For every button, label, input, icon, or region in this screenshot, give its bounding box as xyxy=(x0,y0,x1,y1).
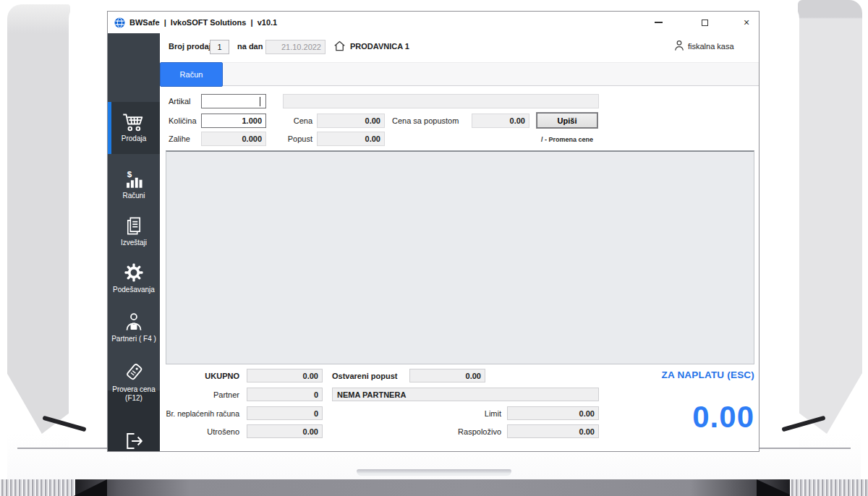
ostvareni-popust-field: 0.00 xyxy=(409,369,485,382)
neplaceni-field: 0 xyxy=(247,406,323,420)
cena-value: 0.00 xyxy=(365,116,380,125)
promena-cene-hint: / - Promena cene xyxy=(536,136,598,143)
svg-text:$: $ xyxy=(127,169,132,179)
sidebar-item-izvestaji[interactable]: Izveštaji xyxy=(108,210,160,252)
tab-racun[interactable]: Račun xyxy=(160,62,223,87)
home-icon xyxy=(333,40,346,52)
partner-label: Partner xyxy=(169,390,239,399)
vent-grille-right xyxy=(790,479,868,496)
utroseno-value: 0.00 xyxy=(303,427,318,436)
window-title: BWSafe | IvkoSOFT Solutions | v10.1 xyxy=(129,12,277,33)
price-tag-icon xyxy=(123,362,145,382)
sidebar-item-label: Provera cena xyxy=(112,385,155,394)
laptop-bottom-bar xyxy=(0,479,868,496)
sidebar-item-label: Partneri ( F4 ) xyxy=(111,335,156,343)
user-name: fiskalna kasa xyxy=(688,42,734,51)
sidebar-item-podesavanja[interactable]: Podešavanja xyxy=(108,257,160,299)
items-grid[interactable] xyxy=(166,150,754,364)
maximize-icon xyxy=(702,20,708,26)
broj-prodaja-label: Broj prodaja xyxy=(169,42,216,51)
partner-field: 0 xyxy=(247,388,323,401)
ostvareni-popust-value: 0.00 xyxy=(466,372,481,380)
broj-prodaja-value: 1 xyxy=(217,43,221,51)
partner-name-value: NEMA PARTNERA xyxy=(337,390,406,399)
cart-icon xyxy=(122,113,145,132)
close-button[interactable]: × xyxy=(736,12,757,33)
partner-name-field: NEMA PARTNERA xyxy=(332,388,599,401)
reports-icon xyxy=(124,216,143,236)
partner-value: 0 xyxy=(314,390,318,399)
maximize-button[interactable] xyxy=(694,12,715,33)
kolicina-label: Količina xyxy=(169,116,197,125)
sidebar-item-prodaja[interactable]: Prodaja xyxy=(108,102,160,154)
kolicina-input[interactable]: 1.000 xyxy=(201,114,266,128)
za-naplatu-label: ZA NAPLATU (ESC) xyxy=(571,369,754,380)
cena-sa-popustom-field: 0.00 xyxy=(472,114,529,128)
sidebar-nav: Prodaja $ Računi Izveštaji xyxy=(108,33,160,451)
sidebar-item-sublabel: (F12) xyxy=(125,394,142,403)
ukupno-field: 0.00 xyxy=(247,369,323,382)
store-name: PRODAVNICA 1 xyxy=(350,42,409,51)
laptop-mockup: BWSafe | IvkoSOFT Solutions | v10.1 × xyxy=(0,0,868,496)
app-window: BWSafe | IvkoSOFT Solutions | v10.1 × xyxy=(107,11,760,452)
upisi-button[interactable]: Upiši xyxy=(536,112,598,129)
popust-label: Popust xyxy=(271,134,312,143)
dollar-chart-icon: $ xyxy=(124,169,144,189)
total-amount: 0.00 xyxy=(571,401,754,434)
sidebar-item-partneri[interactable]: Partneri ( F4 ) xyxy=(108,307,160,349)
limit-label: Limit xyxy=(412,409,501,418)
na-dan-label: na dan xyxy=(237,42,263,51)
sidebar-item-racuni[interactable]: $ Računi xyxy=(108,163,160,205)
minimize-icon xyxy=(655,22,663,23)
gear-icon xyxy=(124,262,144,283)
zalihe-field: 0.000 xyxy=(201,132,266,146)
sidebar-item-label: Prodaja xyxy=(122,134,146,143)
cena-sa-popustom-label: Cena sa popustom xyxy=(392,116,459,125)
sidebar-item-label: Računi xyxy=(122,192,145,200)
broj-prodaja-input[interactable]: 1 xyxy=(210,40,229,54)
partners-icon xyxy=(124,312,144,332)
user-icon xyxy=(673,39,685,52)
popust-field: 0.00 xyxy=(317,132,385,146)
neplaceni-value: 0 xyxy=(314,409,318,418)
neplaceni-label: Br. neplaćenih računa xyxy=(161,409,239,418)
bottom-bar-middle xyxy=(75,479,790,496)
kolicina-value: 1.000 xyxy=(242,116,262,125)
sidebar-item-label: Izveštaji xyxy=(121,239,147,247)
text-caret xyxy=(260,97,260,106)
laptop-left-edge xyxy=(7,4,70,434)
utroseno-field: 0.00 xyxy=(247,424,323,438)
artikal-label: Artikal xyxy=(169,97,191,106)
date-value: 21.10.2022 xyxy=(281,43,321,51)
utroseno-label: Utrošeno xyxy=(169,427,239,436)
upisi-button-label: Upiši xyxy=(558,116,577,125)
ostvareni-popust-label: Ostvareni popust xyxy=(332,372,397,380)
logout-icon xyxy=(124,431,144,451)
sidebar-item-label: Podešavanja xyxy=(113,286,155,294)
vent-grille-left xyxy=(0,479,78,496)
artikal-name-field xyxy=(283,94,599,108)
ukupno-label: UKUPNO xyxy=(169,372,239,380)
cena-sa-popustom-value: 0.00 xyxy=(510,116,525,125)
app-logo-icon xyxy=(114,17,125,28)
raspolozivo-label: Raspoloživo xyxy=(412,427,501,436)
ukupno-value: 0.00 xyxy=(303,372,318,380)
zalihe-value: 0.000 xyxy=(242,134,262,143)
close-icon: × xyxy=(744,17,749,27)
title-bar: BWSafe | IvkoSOFT Solutions | v10.1 × xyxy=(108,12,759,33)
date-input[interactable]: 21.10.2022 xyxy=(265,40,326,54)
minimize-button[interactable] xyxy=(647,12,669,33)
tab-strip: Račun xyxy=(160,62,759,86)
sidebar-item-provera-cena[interactable]: Provera cena (F12) xyxy=(108,357,160,408)
tab-racun-label: Račun xyxy=(180,70,203,79)
sidebar-item-label: Odjavi se xyxy=(119,454,149,463)
popust-value: 0.00 xyxy=(365,134,380,143)
cena-label: Cena xyxy=(271,116,312,125)
laptop-right-edge xyxy=(798,0,862,434)
laptop-notch xyxy=(357,469,511,476)
sidebar-item-odjavi-se[interactable]: Odjavi se xyxy=(108,424,160,469)
artikal-input[interactable] xyxy=(201,94,266,108)
zalihe-label: Zalihe xyxy=(169,134,190,143)
cena-field: 0.00 xyxy=(317,114,385,128)
